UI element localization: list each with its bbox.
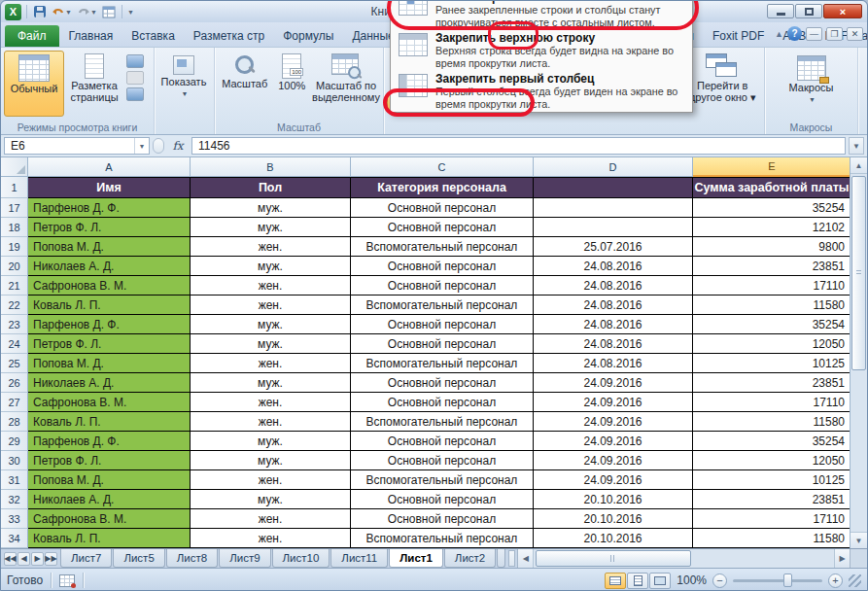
cell-category[interactable]: Вспомогательный персонал — [351, 354, 534, 373]
last-sheet-icon[interactable]: ▶▶ — [45, 552, 57, 566]
cell-date[interactable]: 24.09.2016 — [534, 412, 693, 432]
cell-name[interactable]: Попова М. Д. — [28, 354, 191, 373]
sheet-tab[interactable]: Лист11 — [330, 549, 388, 568]
cell-sex[interactable]: жен. — [191, 296, 351, 315]
workbook-restore-icon[interactable]: ❐ — [826, 27, 843, 41]
cell-name[interactable]: Коваль Л. П. — [28, 412, 191, 432]
cell-category[interactable]: Основной персонал — [351, 509, 534, 529]
macros-button[interactable]: Макросы ▼ — [778, 52, 846, 119]
cell-date[interactable]: 24.08.2016 — [534, 315, 693, 334]
cell-sex[interactable]: муж. — [191, 373, 351, 393]
first-sheet-icon[interactable]: ◀◀ — [4, 552, 17, 566]
zoom-100-button[interactable]: 100 100% — [271, 51, 312, 117]
cell-category[interactable]: Вспомогательный персонал — [351, 470, 534, 490]
cell-sum[interactable]: 12050 — [693, 334, 851, 354]
cell-date[interactable]: 24.08.2016 — [534, 334, 693, 354]
cell-category[interactable]: Основной персонал — [351, 490, 534, 509]
tab-foxit-pdf[interactable]: Foxit PDF — [704, 25, 773, 47]
header-cell-sex[interactable]: Пол — [191, 177, 351, 198]
horizontal-scrollbar-thumb[interactable] — [536, 550, 691, 567]
page-break-preview-icon[interactable] — [126, 54, 144, 68]
cell-sex[interactable]: муж. — [191, 432, 351, 451]
save-icon[interactable] — [32, 3, 48, 20]
cell-sex[interactable]: жен. — [191, 470, 351, 490]
cell-sum[interactable]: 12102 — [693, 218, 851, 237]
cell-sex[interactable]: жен. — [191, 393, 351, 412]
sheet-tab[interactable]: Лист2 — [444, 549, 496, 568]
vertical-scrollbar-thumb[interactable] — [851, 176, 866, 370]
row-number[interactable]: 20 — [1, 257, 28, 276]
cell-name[interactable]: Сафронова В. М. — [28, 393, 191, 412]
cell-name[interactable]: Коваль Л. П. — [28, 529, 191, 548]
cell-date[interactable] — [534, 218, 693, 237]
cell-date[interactable] — [534, 198, 693, 218]
maximize-button[interactable] — [795, 4, 822, 18]
row-number[interactable]: 31 — [1, 470, 28, 490]
page-layout-view-button[interactable]: Разметка страницы — [64, 51, 124, 117]
zoom-in-icon[interactable]: + — [828, 574, 843, 588]
cell-sex[interactable]: муж. — [191, 334, 351, 354]
sheet-tab[interactable]: Лист5 — [113, 549, 164, 568]
minimize-ribbon-icon[interactable]: ▲ — [775, 29, 783, 39]
cell-sum[interactable]: 17110 — [693, 276, 851, 296]
cell-date[interactable]: 24.08.2016 — [534, 296, 693, 315]
fx-icon[interactable]: fx — [167, 139, 189, 153]
cell-name[interactable]: Николаев А. Д. — [28, 490, 191, 509]
row-number[interactable]: 26 — [1, 373, 28, 393]
row-number[interactable]: 29 — [1, 432, 28, 451]
cell-date[interactable]: 24.09.2016 — [534, 393, 693, 412]
undo-icon[interactable]: ▼ — [51, 3, 73, 20]
cell-sum[interactable]: 35254 — [693, 198, 851, 218]
cell-sum[interactable]: 23851 — [693, 490, 851, 509]
tab-page-layout[interactable]: Разметка стр — [185, 25, 273, 47]
resize-grip[interactable] — [849, 574, 861, 587]
cell-date[interactable]: 24.08.2016 — [534, 257, 693, 276]
cell-sex[interactable]: муж. — [191, 198, 351, 218]
row-number[interactable]: 21 — [1, 276, 28, 296]
cell-sum[interactable]: 17110 — [693, 393, 851, 412]
cell-name[interactable]: Сафронова В. М. — [28, 276, 191, 296]
cell-name[interactable]: Коваль Л. П. — [28, 296, 191, 315]
sheet-tab[interactable]: Лист8 — [166, 549, 218, 568]
help-icon[interactable]: ? — [787, 26, 802, 41]
cell-sum[interactable]: 35254 — [693, 432, 851, 451]
minimize-button[interactable] — [767, 4, 794, 18]
cell-sex[interactable]: муж. — [191, 451, 351, 470]
cell-category[interactable]: Основной персонал — [351, 315, 534, 334]
expand-formula-bar-icon[interactable]: ▼ — [849, 137, 864, 155]
macro-record-icon[interactable] — [59, 574, 75, 587]
zoom-to-selection-button[interactable]: Масштаб по выделенному — [312, 51, 380, 117]
cell-category[interactable]: Вспомогательный персонал — [351, 237, 534, 257]
custom-views-icon[interactable] — [126, 71, 144, 85]
cell-category[interactable]: Основной персонал — [351, 276, 534, 296]
zoom-button[interactable]: Масштаб — [218, 51, 271, 117]
formula-input[interactable]: 11456 — [191, 137, 846, 155]
cell-category[interactable]: Основной персонал — [351, 373, 534, 393]
cell-date[interactable]: 24.09.2016 — [534, 451, 693, 470]
cell-category[interactable]: Вспомогательный персонал — [351, 529, 534, 548]
cell-sum[interactable]: 35254 — [693, 315, 851, 334]
header-cell-name[interactable]: Имя — [28, 177, 191, 198]
cell-sex[interactable]: жен. — [191, 237, 351, 257]
vertical-scrollbar[interactable]: ▲ ▼ — [850, 157, 867, 548]
excel-logo-icon[interactable]: X — [5, 4, 21, 20]
tab-formulas[interactable]: Формулы — [274, 25, 342, 47]
cell-sum[interactable]: 9800 — [693, 237, 851, 257]
cell-date[interactable]: 24.08.2016 — [534, 276, 693, 296]
workbook-minimize-icon[interactable]: — — [806, 27, 822, 41]
name-box-dropdown-icon[interactable]: ▼ — [134, 138, 149, 154]
cell-sum[interactable]: 11580 — [693, 529, 851, 548]
row-number[interactable]: 33 — [1, 509, 28, 529]
cell-sum[interactable]: 17110 — [693, 509, 851, 529]
cell-name[interactable]: Парфенов Д. Ф. — [28, 198, 191, 218]
cell-name[interactable]: Петров Ф. Л. — [28, 334, 191, 354]
cell-category[interactable]: Основной персонал — [351, 393, 534, 412]
cell-name[interactable]: Николаев А. Д. — [28, 373, 191, 393]
cell-sex[interactable]: жен. — [191, 412, 351, 432]
row-number[interactable]: 32 — [1, 490, 28, 509]
page-layout-shortcut-icon[interactable] — [627, 573, 648, 589]
sheet-tab[interactable]: Лист9 — [219, 549, 270, 568]
cell-date[interactable]: 20.10.2016 — [534, 490, 693, 509]
qat-table-icon[interactable] — [101, 3, 117, 20]
header-cell-date[interactable] — [534, 177, 693, 198]
